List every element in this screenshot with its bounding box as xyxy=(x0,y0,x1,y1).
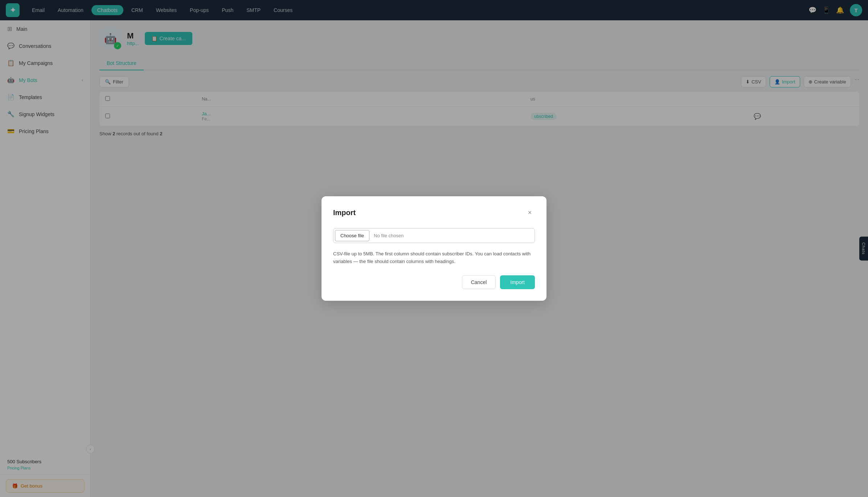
modal-overlay[interactable]: Import × Choose file No file chosen CSV-… xyxy=(0,0,868,497)
modal-header: Import × xyxy=(333,208,535,218)
modal-description: CSV-file up to 5MB. The first column sho… xyxy=(333,250,535,266)
choose-file-button[interactable]: Choose file xyxy=(335,230,369,241)
modal-close-button[interactable]: × xyxy=(525,208,535,218)
modal-title: Import xyxy=(333,209,356,217)
cancel-button[interactable]: Cancel xyxy=(462,275,496,289)
file-name-display: No file chosen xyxy=(369,233,408,238)
import-submit-button[interactable]: Import xyxy=(500,275,535,289)
modal-footer: Cancel Import xyxy=(333,275,535,289)
import-modal: Import × Choose file No file chosen CSV-… xyxy=(322,196,546,301)
file-input-area: Choose file No file chosen xyxy=(333,228,535,243)
